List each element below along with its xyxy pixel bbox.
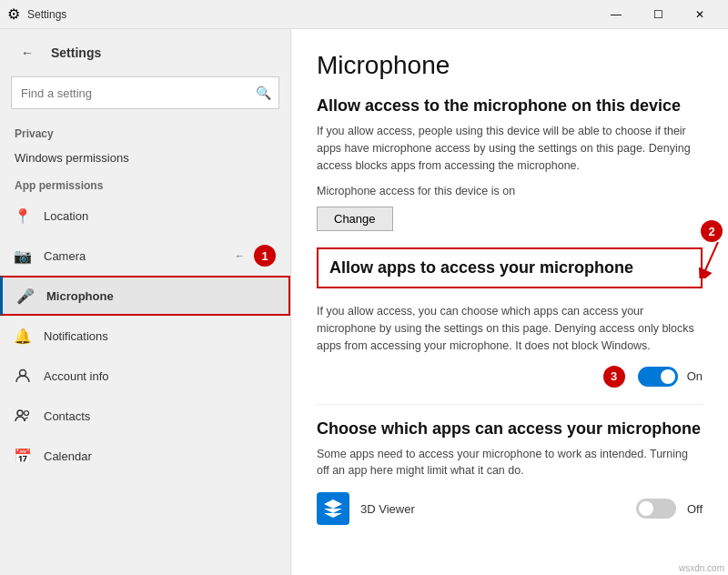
- app-row-3dviewer: 3D Viewer Off: [317, 492, 703, 525]
- sidebar: ← Settings 🔍 Privacy Windows permissions…: [0, 29, 291, 575]
- allow-apps-description: If you allow access, you can choose whic…: [317, 303, 703, 354]
- nav-label-contacts: Contacts: [44, 409, 90, 423]
- access-status-text: Microphone access for this device is on: [317, 185, 703, 197]
- title-bar-controls: — ☐ ✕: [595, 0, 721, 29]
- watermark: wsxdn.com: [679, 563, 724, 573]
- location-icon: 📍: [15, 207, 31, 224]
- sidebar-item-account-info[interactable]: Account info: [0, 356, 290, 396]
- 3dviewer-toggle[interactable]: [636, 499, 676, 519]
- sidebar-item-calendar[interactable]: 📅 Calendar: [0, 436, 290, 476]
- svg-point-1: [17, 410, 23, 416]
- sidebar-item-notifications[interactable]: 🔔 Notifications: [0, 316, 290, 356]
- app-permissions-label: App permissions: [0, 172, 290, 196]
- nav-label-notifications: Notifications: [44, 329, 108, 343]
- nav-label-location: Location: [44, 209, 88, 223]
- settings-icon: ⚙: [7, 5, 20, 23]
- sidebar-item-contacts[interactable]: Contacts: [0, 396, 290, 436]
- app-name-3dviewer: 3D Viewer: [360, 502, 625, 516]
- sidebar-item-microphone[interactable]: 🎤 Microphone: [0, 276, 290, 316]
- microphone-icon: 🎤: [17, 288, 34, 304]
- title-bar-left: ⚙ Settings: [7, 5, 66, 23]
- nav-label-calendar: Calendar: [44, 449, 92, 463]
- 3d-viewer-icon: [317, 492, 349, 525]
- divider: [317, 404, 703, 405]
- allow-apps-heading: Allow apps to access your microphone: [329, 258, 690, 277]
- svg-point-2: [25, 411, 29, 416]
- toggle-row: 3 On: [317, 366, 703, 388]
- allow-apps-section: Allow apps to access your microphone: [317, 247, 703, 288]
- annotation-badge-2: 2: [701, 220, 723, 242]
- privacy-section-label: Privacy: [0, 120, 290, 144]
- nav-label-microphone: Microphone: [46, 289, 114, 303]
- camera-icon: 📷: [15, 247, 31, 264]
- page-title: Microphone: [317, 51, 703, 80]
- account-info-icon: [15, 368, 31, 384]
- calendar-icon: 📅: [15, 448, 31, 464]
- choose-apps-description: Some apps need to access your microphone…: [317, 446, 703, 480]
- allow-apps-toggle[interactable]: [638, 367, 678, 387]
- change-button[interactable]: Change: [317, 207, 393, 231]
- search-input[interactable]: [12, 86, 248, 100]
- choose-apps-heading: Choose which apps can access your microp…: [317, 419, 703, 439]
- allow-access-description: If you allow access, people using this d…: [317, 123, 703, 174]
- notifications-icon: 🔔: [15, 328, 31, 344]
- sidebar-item-location[interactable]: 📍 Location: [0, 196, 290, 236]
- sidebar-item-camera[interactable]: 📷 Camera ← 1: [0, 236, 290, 276]
- title-bar: ⚙ Settings — ☐ ✕: [0, 0, 728, 29]
- nav-label-account-info: Account info: [44, 369, 109, 383]
- right-panel: Microphone Allow access to the microphon…: [291, 29, 728, 575]
- contacts-icon: [15, 408, 31, 424]
- maximize-button[interactable]: ☐: [637, 0, 679, 29]
- sidebar-title: Settings: [51, 45, 101, 60]
- search-icon: 🔍: [248, 86, 278, 100]
- title-bar-title: Settings: [27, 8, 66, 21]
- windows-permissions-label: Windows permissions: [0, 147, 290, 168]
- allow-access-heading: Allow access to the microphone on this d…: [317, 96, 703, 116]
- annotation-badge-3: 3: [603, 366, 625, 388]
- 3dviewer-toggle-label: Off: [687, 502, 703, 516]
- back-button[interactable]: ←: [15, 40, 40, 66]
- minimize-button[interactable]: —: [595, 0, 637, 29]
- main-container: ← Settings 🔍 Privacy Windows permissions…: [0, 29, 728, 575]
- search-box[interactable]: 🔍: [11, 76, 279, 109]
- close-button[interactable]: ✕: [679, 0, 721, 29]
- annotation-badge-1: 1: [254, 245, 276, 267]
- toggle-on-label: On: [687, 369, 703, 383]
- sidebar-header: ← Settings: [0, 29, 290, 76]
- nav-label-camera: Camera: [44, 249, 86, 263]
